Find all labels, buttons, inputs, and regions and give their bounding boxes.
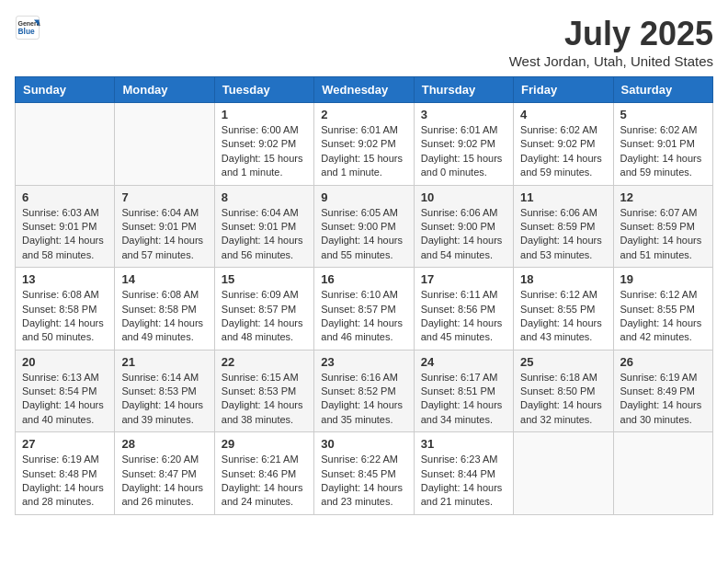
day-info: Sunrise: 6:11 AMSunset: 8:56 PMDaylight:… bbox=[421, 288, 506, 345]
calendar-cell: 28Sunrise: 6:20 AMSunset: 8:47 PMDayligh… bbox=[115, 432, 214, 515]
calendar-cell: 13Sunrise: 6:08 AMSunset: 8:58 PMDayligh… bbox=[16, 268, 115, 350]
weekday-header-tuesday: Tuesday bbox=[214, 77, 313, 103]
day-number: 1 bbox=[222, 108, 307, 121]
day-number: 4 bbox=[520, 108, 606, 121]
day-number: 8 bbox=[222, 190, 307, 204]
day-info: Sunrise: 6:10 AMSunset: 8:57 PMDaylight:… bbox=[321, 288, 406, 345]
day-info: Sunrise: 6:12 AMSunset: 8:55 PMDaylight:… bbox=[620, 288, 706, 345]
calendar-cell: 23Sunrise: 6:16 AMSunset: 8:52 PMDayligh… bbox=[314, 350, 414, 432]
day-number: 30 bbox=[321, 437, 406, 451]
day-info: Sunrise: 6:05 AMSunset: 9:00 PMDaylight:… bbox=[321, 206, 406, 263]
day-number: 23 bbox=[321, 355, 406, 369]
calendar-week-1: 1Sunrise: 6:00 AMSunset: 9:02 PMDaylight… bbox=[16, 103, 713, 186]
subtitle: West Jordan, Utah, United States bbox=[509, 53, 713, 69]
day-info: Sunrise: 6:08 AMSunset: 8:58 PMDaylight:… bbox=[121, 288, 207, 345]
calendar-week-4: 20Sunrise: 6:13 AMSunset: 8:54 PMDayligh… bbox=[16, 350, 713, 432]
calendar-cell: 20Sunrise: 6:13 AMSunset: 8:54 PMDayligh… bbox=[16, 350, 115, 432]
calendar-cell: 31Sunrise: 6:23 AMSunset: 8:44 PMDayligh… bbox=[414, 432, 513, 515]
day-info: Sunrise: 6:00 AMSunset: 9:02 PMDaylight:… bbox=[222, 123, 307, 180]
calendar-cell: 4Sunrise: 6:02 AMSunset: 9:02 PMDaylight… bbox=[514, 103, 613, 186]
weekday-header-sunday: Sunday bbox=[16, 77, 115, 103]
day-number: 20 bbox=[22, 355, 108, 369]
weekday-header-friday: Friday bbox=[514, 77, 613, 103]
day-number: 28 bbox=[121, 437, 207, 451]
calendar-cell bbox=[115, 103, 214, 186]
weekday-header-saturday: Saturday bbox=[613, 77, 712, 103]
day-number: 5 bbox=[620, 108, 706, 121]
day-info: Sunrise: 6:14 AMSunset: 8:53 PMDaylight:… bbox=[121, 371, 207, 428]
day-info: Sunrise: 6:15 AMSunset: 8:53 PMDaylight:… bbox=[222, 371, 307, 428]
day-number: 26 bbox=[620, 355, 706, 369]
day-number: 15 bbox=[222, 272, 307, 286]
day-info: Sunrise: 6:01 AMSunset: 9:02 PMDaylight:… bbox=[321, 123, 406, 180]
calendar-cell: 24Sunrise: 6:17 AMSunset: 8:51 PMDayligh… bbox=[414, 350, 513, 432]
calendar-header: SundayMondayTuesdayWednesdayThursdayFrid… bbox=[16, 77, 713, 103]
calendar-cell: 9Sunrise: 6:05 AMSunset: 9:00 PMDaylight… bbox=[314, 185, 414, 268]
day-number: 31 bbox=[421, 437, 506, 451]
calendar-cell bbox=[16, 103, 115, 186]
day-info: Sunrise: 6:06 AMSunset: 9:00 PMDaylight:… bbox=[421, 206, 506, 263]
day-info: Sunrise: 6:21 AMSunset: 8:46 PMDaylight:… bbox=[222, 453, 307, 510]
day-info: Sunrise: 6:22 AMSunset: 8:45 PMDaylight:… bbox=[321, 453, 406, 510]
day-number: 25 bbox=[520, 355, 606, 369]
day-number: 7 bbox=[121, 190, 207, 204]
calendar-cell: 14Sunrise: 6:08 AMSunset: 8:58 PMDayligh… bbox=[115, 268, 214, 350]
calendar-body: 1Sunrise: 6:00 AMSunset: 9:02 PMDaylight… bbox=[16, 103, 713, 515]
logo-icon: General Blue bbox=[15, 15, 40, 40]
day-number: 9 bbox=[321, 190, 406, 204]
day-info: Sunrise: 6:02 AMSunset: 9:02 PMDaylight:… bbox=[520, 123, 606, 180]
calendar-cell: 17Sunrise: 6:11 AMSunset: 8:56 PMDayligh… bbox=[414, 268, 513, 350]
day-number: 24 bbox=[421, 355, 506, 369]
day-number: 12 bbox=[620, 190, 706, 204]
day-info: Sunrise: 6:19 AMSunset: 8:48 PMDaylight:… bbox=[22, 453, 108, 510]
svg-text:Blue: Blue bbox=[18, 27, 35, 36]
day-number: 2 bbox=[321, 108, 406, 121]
main-title: July 2025 bbox=[509, 15, 713, 53]
calendar-cell: 5Sunrise: 6:02 AMSunset: 9:01 PMDaylight… bbox=[613, 103, 712, 186]
calendar-week-3: 13Sunrise: 6:08 AMSunset: 8:58 PMDayligh… bbox=[16, 268, 713, 350]
weekday-header-thursday: Thursday bbox=[414, 77, 513, 103]
day-info: Sunrise: 6:20 AMSunset: 8:47 PMDaylight:… bbox=[121, 453, 207, 510]
day-number: 17 bbox=[421, 272, 506, 286]
calendar-cell: 21Sunrise: 6:14 AMSunset: 8:53 PMDayligh… bbox=[115, 350, 214, 432]
day-info: Sunrise: 6:08 AMSunset: 8:58 PMDaylight:… bbox=[22, 288, 108, 345]
day-info: Sunrise: 6:17 AMSunset: 8:51 PMDaylight:… bbox=[421, 371, 506, 428]
calendar-cell: 16Sunrise: 6:10 AMSunset: 8:57 PMDayligh… bbox=[314, 268, 414, 350]
day-number: 27 bbox=[22, 437, 108, 451]
calendar-cell: 12Sunrise: 6:07 AMSunset: 8:59 PMDayligh… bbox=[613, 185, 712, 268]
day-info: Sunrise: 6:01 AMSunset: 9:02 PMDaylight:… bbox=[421, 123, 506, 180]
day-number: 29 bbox=[222, 437, 307, 451]
day-info: Sunrise: 6:13 AMSunset: 8:54 PMDaylight:… bbox=[22, 371, 108, 428]
title-block: July 2025 West Jordan, Utah, United Stat… bbox=[509, 15, 713, 69]
day-info: Sunrise: 6:19 AMSunset: 8:49 PMDaylight:… bbox=[620, 371, 706, 428]
day-number: 10 bbox=[421, 190, 506, 204]
calendar-week-2: 6Sunrise: 6:03 AMSunset: 9:01 PMDaylight… bbox=[16, 185, 713, 268]
calendar-cell: 1Sunrise: 6:00 AMSunset: 9:02 PMDaylight… bbox=[214, 103, 313, 186]
day-info: Sunrise: 6:07 AMSunset: 8:59 PMDaylight:… bbox=[620, 206, 706, 263]
calendar-cell: 18Sunrise: 6:12 AMSunset: 8:55 PMDayligh… bbox=[514, 268, 613, 350]
day-number: 6 bbox=[22, 190, 108, 204]
calendar-week-5: 27Sunrise: 6:19 AMSunset: 8:48 PMDayligh… bbox=[16, 432, 713, 515]
day-number: 14 bbox=[121, 272, 207, 286]
day-number: 11 bbox=[520, 190, 606, 204]
day-number: 13 bbox=[22, 272, 108, 286]
calendar-cell: 22Sunrise: 6:15 AMSunset: 8:53 PMDayligh… bbox=[214, 350, 313, 432]
calendar-cell: 2Sunrise: 6:01 AMSunset: 9:02 PMDaylight… bbox=[314, 103, 414, 186]
day-number: 3 bbox=[421, 108, 506, 121]
calendar-cell: 8Sunrise: 6:04 AMSunset: 9:01 PMDaylight… bbox=[214, 185, 313, 268]
day-info: Sunrise: 6:16 AMSunset: 8:52 PMDaylight:… bbox=[321, 371, 406, 428]
calendar-cell: 10Sunrise: 6:06 AMSunset: 9:00 PMDayligh… bbox=[414, 185, 513, 268]
weekday-header-monday: Monday bbox=[115, 77, 214, 103]
day-info: Sunrise: 6:06 AMSunset: 8:59 PMDaylight:… bbox=[520, 206, 606, 263]
calendar-cell: 19Sunrise: 6:12 AMSunset: 8:55 PMDayligh… bbox=[613, 268, 712, 350]
calendar-cell: 27Sunrise: 6:19 AMSunset: 8:48 PMDayligh… bbox=[16, 432, 115, 515]
calendar-cell: 11Sunrise: 6:06 AMSunset: 8:59 PMDayligh… bbox=[514, 185, 613, 268]
logo: General Blue bbox=[15, 15, 40, 40]
calendar-cell bbox=[514, 432, 613, 515]
calendar-cell: 3Sunrise: 6:01 AMSunset: 9:02 PMDaylight… bbox=[414, 103, 513, 186]
calendar-cell: 7Sunrise: 6:04 AMSunset: 9:01 PMDaylight… bbox=[115, 185, 214, 268]
weekday-header-wednesday: Wednesday bbox=[314, 77, 414, 103]
weekday-header-row: SundayMondayTuesdayWednesdayThursdayFrid… bbox=[16, 77, 713, 103]
day-info: Sunrise: 6:04 AMSunset: 9:01 PMDaylight:… bbox=[222, 206, 307, 263]
calendar-cell: 25Sunrise: 6:18 AMSunset: 8:50 PMDayligh… bbox=[514, 350, 613, 432]
